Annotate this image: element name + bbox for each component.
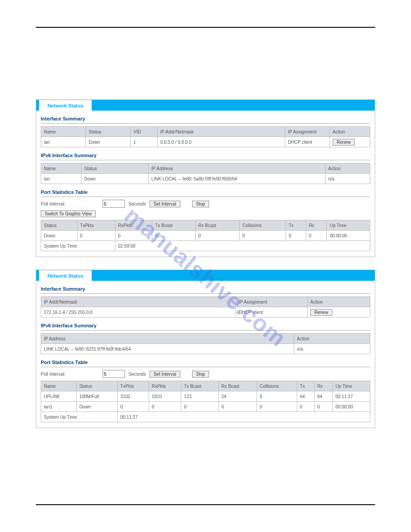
panel-1-tabbar: Network Status	[36, 100, 375, 111]
seconds-label: Seconds	[128, 202, 146, 206]
cell-ip: 172.16.1.4 / 255.255.0.0	[41, 307, 236, 317]
cell-vid: 1	[131, 137, 158, 147]
col-status: Status	[41, 220, 77, 231]
col-name: Name	[41, 127, 86, 137]
col-txbcast: Tx Bcast	[181, 381, 218, 391]
col-txbcast: Tx Bcast	[152, 220, 195, 231]
col-assign: IP Assignment	[285, 127, 330, 137]
poll-interval-input[interactable]	[103, 370, 125, 378]
system-up-time-label: System Up Time:	[41, 412, 118, 422]
system-up-time-value: 02:59:00	[115, 241, 370, 251]
table-row: 172.16.1.4 / 255.255.0.0 DHCP client Ren…	[41, 307, 370, 317]
col-coll: Collisions	[240, 220, 286, 231]
poll-interval-label: Poll Interval:	[41, 202, 99, 206]
table-row: UPLINK 100M/Full 3102 1910 123 24 0 64 6…	[41, 391, 370, 402]
col-tx: Tx	[286, 220, 306, 231]
cell-name: lan	[41, 137, 86, 147]
port-stats-table: Status TxPkts RxPkts Tx Bcast Rx Bcast C…	[41, 220, 370, 251]
col-action: Action	[330, 127, 370, 137]
col-status: Status	[86, 127, 131, 137]
col-status: Status	[77, 381, 118, 391]
interface-summary-table: IP Addr/Netmask IP Assignment Action 172…	[41, 296, 370, 317]
poll-interval-label: Poll Interval:	[41, 372, 99, 377]
col-tx: Tx	[297, 381, 314, 391]
rule	[41, 367, 370, 367]
port-stats-table: Name Status TxPkts RxPkts Tx Bcast Rx Bc…	[41, 381, 370, 422]
page-top-rule	[36, 27, 375, 28]
col-rxpkts: RxPkts	[149, 381, 181, 391]
col-rxbcast: Rx Bcast	[195, 220, 239, 231]
table-row: lan1 Down 0 0 0 0 0 0 0 00:00:00	[41, 402, 370, 412]
tab-network-status[interactable]: Network Status	[39, 100, 92, 111]
rule	[41, 123, 370, 124]
system-up-time-row: System Up Time: 00:11:27	[41, 412, 370, 422]
set-interval-button[interactable]: Set Interval	[150, 201, 180, 207]
system-up-time-label: System Up Time:	[41, 241, 116, 251]
cell-status: Down	[81, 174, 149, 184]
col-rxpkts: RxPkts	[115, 220, 152, 231]
cell-ip: LINK LOCAL -- fe80::6231:97ff:fe0f:8dc4/…	[41, 344, 294, 354]
cell-assign: DHCP client	[236, 307, 308, 317]
ipv6-summary-table: Name Status IP Address Action lan Down L…	[41, 163, 370, 184]
col-assign: IP Assignment	[236, 297, 308, 307]
col-status: Status	[81, 163, 149, 174]
section-title-interface-summary: Interface Summary	[41, 116, 370, 121]
switch-graphic-view-button[interactable]: Switch To Graphic View	[41, 210, 96, 217]
col-name: Name	[41, 381, 77, 391]
cell-status: Down	[86, 137, 131, 147]
poll-interval-row: Poll Interval: Seconds Set Interval Stop	[41, 370, 370, 378]
col-uptime: Up Time	[327, 220, 370, 231]
stop-button[interactable]: Stop	[192, 201, 210, 207]
col-ip: IP Address	[149, 163, 325, 174]
poll-interval-row: Poll Interval: Seconds Set Interval Stop	[41, 200, 370, 208]
col-action: Action	[294, 334, 370, 344]
cell-name: lan	[41, 174, 81, 184]
col-ip: IP Addr/Netmask	[158, 127, 285, 137]
rule	[41, 293, 370, 294]
cell-ip: 0.0.0.0 / 0.0.0.0	[158, 137, 285, 147]
col-txpkts: TxPkts	[117, 381, 149, 391]
table-row: lan Down LINK LOCAL -- fe80::5a8b:f3ff:f…	[41, 174, 370, 184]
col-rx: Rx	[306, 220, 327, 231]
col-coll: Collisions	[257, 381, 297, 391]
panel-network-status-2: Network Status Interface Summary IP Addr…	[36, 270, 375, 428]
set-interval-button[interactable]: Set Interval	[150, 371, 180, 378]
page-bottom-rule	[36, 504, 375, 505]
cell-assign: DHCP client	[285, 137, 330, 147]
col-vid: VID	[131, 127, 158, 137]
section-title-interface-summary: Interface Summary	[41, 286, 370, 292]
renew-button[interactable]: Renew	[333, 139, 355, 146]
rule	[41, 197, 370, 197]
renew-button[interactable]: Renew	[310, 309, 332, 316]
cell-ip: LINK LOCAL -- fe80::5a8b:f3ff:fe90:f680/…	[149, 174, 325, 184]
section-title-ipv6-summary: IPv6 Interface Summary	[41, 153, 370, 158]
col-rxbcast: Rx Bcast	[218, 381, 257, 391]
cell-action: n/a	[325, 174, 370, 184]
rule	[41, 160, 370, 160]
system-up-time-row: System Up Time: 02:59:00	[41, 241, 370, 251]
section-title-port-stats: Port Statistics Table	[41, 360, 370, 365]
table-row: Down 0 0 0 0 0 0 0 00:00:00	[41, 231, 370, 241]
rule	[41, 330, 370, 330]
col-ip: IP Addr/Netmask	[41, 297, 236, 307]
section-title-port-stats: Port Statistics Table	[41, 189, 370, 195]
col-action: Action	[325, 163, 370, 174]
col-txpkts: TxPkts	[77, 220, 115, 231]
col-ip: IP Address	[41, 334, 294, 344]
panel-2-tabbar: Network Status	[36, 270, 375, 281]
stop-button[interactable]: Stop	[192, 371, 210, 378]
table-row: LINK LOCAL -- fe80::6231:97ff:fe0f:8dc4/…	[41, 344, 370, 354]
ipv6-summary-table: IP Address Action LINK LOCAL -- fe80::62…	[41, 333, 370, 354]
col-uptime: Up Time	[333, 381, 370, 391]
system-up-time-value: 00:11:27	[117, 412, 370, 422]
poll-interval-input[interactable]	[103, 200, 125, 208]
table-row: lan Down 1 0.0.0.0 / 0.0.0.0 DHCP client…	[41, 137, 370, 147]
col-rx: Rx	[314, 381, 333, 391]
panel-network-status-1: Network Status Interface Summary Name St…	[36, 99, 375, 257]
cell-action: n/a	[294, 344, 370, 354]
tab-network-status[interactable]: Network Status	[39, 270, 92, 281]
interface-summary-table: Name Status VID IP Addr/Netmask IP Assig…	[41, 126, 370, 147]
col-action: Action	[308, 297, 370, 307]
section-title-ipv6-summary: IPv6 Interface Summary	[41, 323, 370, 328]
seconds-label: Seconds	[128, 372, 146, 377]
